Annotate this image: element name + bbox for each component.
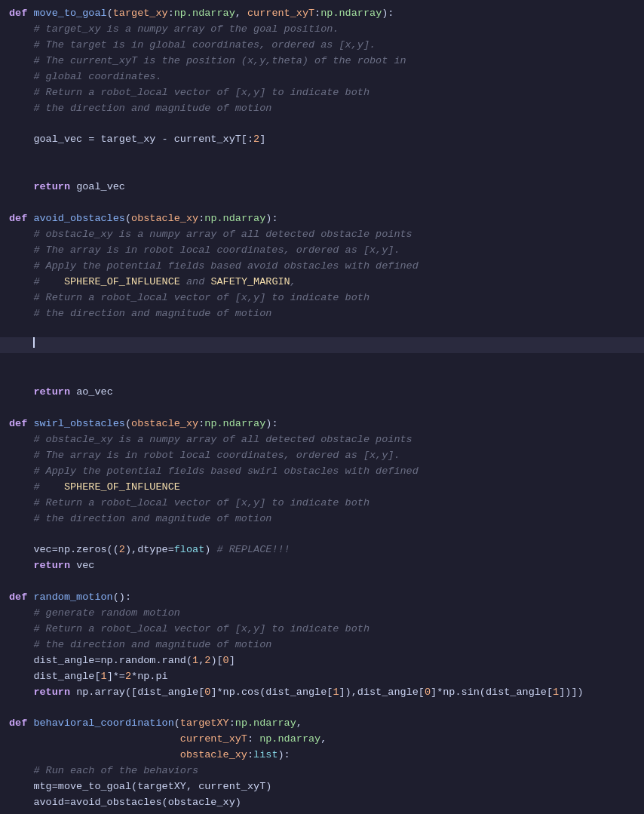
code-line: return ao_vec <box>0 385 644 401</box>
plain: goal_vec = target_xy - current_xyT[: <box>9 132 253 148</box>
plain: : <box>198 211 204 227</box>
code-line <box>0 148 644 164</box>
comment: # REPLACE!!! <box>216 542 290 558</box>
number: 2 <box>204 655 210 666</box>
code-line <box>0 353 644 369</box>
number: 2 <box>253 132 259 148</box>
code-line: # Return a robot_local vector of [x,y] t… <box>0 496 644 511</box>
type: np.ndarray <box>320 6 382 22</box>
function-name: swirl_obstacles <box>33 416 125 432</box>
plain: vec=np.zeros((2),dtype= <box>9 542 174 558</box>
plain: ): <box>382 6 394 22</box>
plain: ( <box>125 211 131 227</box>
keyword: def <box>9 716 33 732</box>
code-line: def move_to_goal(target_xy:np.ndarray, c… <box>0 6 644 22</box>
param: obstacle_xy <box>180 748 247 763</box>
highlight-text: SPHERE_OF_INFLUENCE <box>64 275 180 290</box>
code-line: # Return a robot_local vector of [x,y] t… <box>0 290 644 306</box>
plain: mtg=move_to_goal(targetXY, current_xyT) <box>9 779 271 795</box>
code-line: current_xyT: np.ndarray, <box>0 732 644 748</box>
param: target_xy <box>113 6 168 22</box>
comment: # The array is in robot local coordinate… <box>9 448 400 464</box>
code-line: # Run each of the behaviors <box>0 763 644 779</box>
number: 2 <box>125 671 131 682</box>
code-line: # generate random motion <box>0 606 644 622</box>
comment: # Return a robot_local vector of [x,y] t… <box>9 622 370 637</box>
text-cursor <box>33 337 35 348</box>
code-line <box>0 401 644 416</box>
code-line <box>0 116 644 132</box>
comment: # <box>9 480 64 496</box>
keyword: return <box>9 558 76 574</box>
keyword: def <box>9 416 33 432</box>
function-name: avoid_obstacles <box>33 211 125 227</box>
plain: ) <box>204 542 216 558</box>
comment: # generate random motion <box>9 606 180 622</box>
plain: : <box>247 748 253 763</box>
keyword: return <box>9 385 76 401</box>
comment: # obstacle_xy is a numpy array of all de… <box>9 432 412 448</box>
comment: # the direction and magnitude of motion <box>9 511 271 527</box>
plain: : <box>229 716 235 732</box>
keyword: return <box>9 685 76 701</box>
code-line: # obstacle_xy is a numpy array of all de… <box>0 227 644 243</box>
plain: : <box>314 6 320 22</box>
code-line: # target_xy is a numpy array of the goal… <box>0 22 644 38</box>
number: 1 <box>192 655 198 666</box>
code-line: dist_angle=np.random.rand(1,2)[0] <box>0 653 644 669</box>
number: 0 <box>204 687 210 698</box>
plain: dist_angle=np.random.rand(1,2)[0] <box>9 653 235 669</box>
plain: , <box>296 716 302 732</box>
code-line: # Apply the potential fields based swirl… <box>0 464 644 480</box>
plain <box>9 748 180 763</box>
code-line: # The array is in robot local coordinate… <box>0 243 644 259</box>
code-line: # Apply the potential fields based avoid… <box>0 259 644 275</box>
comment: # <box>9 275 64 290</box>
plain: goal_vec <box>76 180 125 195</box>
code-line: # Return a robot_local vector of [x,y] t… <box>0 622 644 637</box>
code-line: swirl=swirl_obstacles(obstacle_xy) <box>0 811 644 814</box>
number: 0 <box>223 655 229 666</box>
function-name: random_motion <box>33 590 112 606</box>
comment: # target_xy is a numpy array of the goal… <box>9 22 339 38</box>
code-line: # The current_xyT is the position (x,y,t… <box>0 54 644 69</box>
comment: # Return a robot_local vector of [x,y] t… <box>9 85 370 101</box>
code-line: # the direction and magnitude of motion <box>0 511 644 527</box>
keyword: def <box>9 211 33 227</box>
code-line: dist_angle[1]*=2*np.pi <box>0 669 644 685</box>
code-line: goal_vec = target_xy - current_xyT[:2] <box>0 132 644 148</box>
highlight-text: SAFETY_MARGIN <box>210 275 290 290</box>
code-line: # SPHERE_OF_INFLUENCE <box>0 480 644 496</box>
number: 2 <box>119 544 125 555</box>
code-line <box>0 195 644 211</box>
plain: ] <box>259 132 265 148</box>
code-line: return goal_vec <box>0 180 644 195</box>
code-line: def behavioral_coordination(targetXY:np.… <box>0 716 644 732</box>
highlight-text: SPHERE_OF_INFLUENCE <box>64 480 180 496</box>
comment: # The current_xyT is the position (x,y,t… <box>9 54 406 69</box>
code-line: # the direction and magnitude of motion <box>0 637 644 653</box>
keyword: def <box>9 6 33 22</box>
comment: # Return a robot_local vector of [x,y] t… <box>9 496 370 511</box>
plain: : <box>168 6 174 22</box>
plain: avoid=avoid_obstacles(obstacle_xy) <box>9 795 241 811</box>
punctuation: ( <box>107 6 113 22</box>
plain: : <box>247 732 259 748</box>
comment: and <box>180 275 211 290</box>
code-line: # The target is in global coordinates, o… <box>0 38 644 54</box>
plain: np.array([dist_angle[0]*np.cos(dist_angl… <box>76 685 583 701</box>
comment: # Run each of the behaviors <box>9 763 198 779</box>
plain: swirl=swirl_obstacles(obstacle_xy) <box>9 811 241 814</box>
plain <box>9 337 33 353</box>
number: 1 <box>553 687 559 698</box>
plain: (): <box>113 590 131 606</box>
code-line: avoid=avoid_obstacles(obstacle_xy) <box>0 795 644 811</box>
code-line <box>0 701 644 717</box>
code-line <box>0 164 644 180</box>
plain: , <box>235 6 247 22</box>
code-line: mtg=move_to_goal(targetXY, current_xyT) <box>0 779 644 795</box>
param: obstacle_xy <box>131 416 198 432</box>
code-line: def random_motion(): <box>0 590 644 606</box>
comment: # The array is in robot local coordinate… <box>9 243 400 259</box>
code-line: return np.array([dist_angle[0]*np.cos(di… <box>0 685 644 701</box>
